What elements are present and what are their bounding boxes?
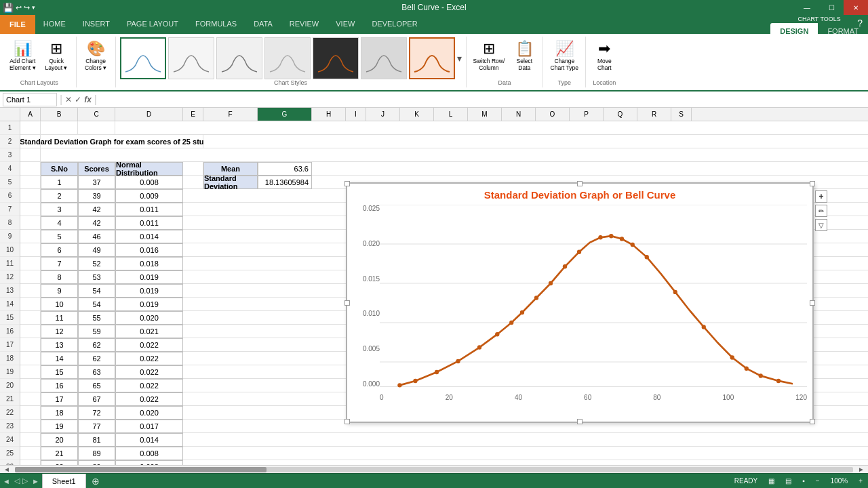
cell-a19[interactable]	[20, 365, 41, 379]
cell-b6[interactable]: 2	[41, 189, 78, 203]
chart-style-1[interactable]	[120, 37, 166, 79]
cell-a18[interactable]	[20, 352, 41, 365]
row-19[interactable]: 19	[0, 365, 20, 379]
cell-a22[interactable]	[20, 406, 41, 420]
row-11[interactable]: 11	[0, 257, 20, 270]
cell-b16[interactable]: 12	[41, 325, 78, 338]
sheet-nav-right[interactable]: ►	[29, 477, 42, 485]
cell-c9[interactable]: 46	[78, 230, 115, 243]
scroll-left-arrow[interactable]: ◄	[0, 466, 14, 473]
cell-c8[interactable]: 42	[78, 216, 115, 230]
view-page-break[interactable]: ▪	[802, 477, 805, 485]
col-header-g[interactable]: G	[258, 108, 312, 121]
chart-handle-tl[interactable]	[344, 181, 350, 186]
chart-handle-bm[interactable]	[577, 419, 583, 424]
col-header-m[interactable]: M	[468, 108, 502, 121]
cell-c13[interactable]: 54	[78, 284, 115, 298]
row-8[interactable]: 8	[0, 216, 20, 230]
cell-c14[interactable]: 54	[78, 298, 115, 311]
cell-c5[interactable]: 37	[78, 176, 115, 189]
cell-c6[interactable]: 39	[78, 189, 115, 203]
h-scrollbar[interactable]: ◄ ►	[0, 465, 868, 473]
cell-e5[interactable]	[183, 176, 203, 189]
view-normal[interactable]: ▦	[768, 477, 774, 485]
chart-handle-ml[interactable]	[344, 300, 350, 306]
cell-d12[interactable]: 0.019	[115, 270, 183, 284]
cell-d11[interactable]: 0.018	[115, 257, 183, 270]
cell-a11[interactable]	[20, 257, 41, 270]
maximize-btn[interactable]: ☐	[819, 0, 844, 15]
zoom-out[interactable]: −	[816, 477, 820, 485]
cell-rest-r25[interactable]	[183, 447, 868, 460]
cell-a1[interactable]	[20, 121, 41, 135]
cell-c24[interactable]: 81	[78, 433, 115, 447]
cell-g5-std-val[interactable]: 18.13605984	[258, 176, 312, 189]
cell-d19[interactable]: 0.022	[115, 365, 183, 379]
cancel-formula-icon[interactable]: ✕	[65, 95, 72, 104]
chart-handle-tr[interactable]	[810, 181, 815, 186]
function-icon[interactable]: fx	[84, 95, 92, 104]
chart-style-7[interactable]	[409, 37, 455, 79]
cell-b20[interactable]: 16	[41, 379, 78, 392]
cell-d22[interactable]: 0.020	[115, 406, 183, 420]
zoom-in[interactable]: +	[859, 477, 863, 485]
cell-a25[interactable]	[20, 447, 41, 460]
cell-b11[interactable]: 7	[41, 257, 78, 270]
cell-b2-merged[interactable]: Standard Deviation Graph for exam scores…	[41, 135, 203, 148]
chart-add-btn[interactable]: +	[815, 190, 827, 203]
cell-a3[interactable]	[20, 148, 41, 162]
chart-style-6[interactable]	[361, 37, 407, 79]
cell-d7[interactable]: 0.011	[115, 203, 183, 216]
help-icon[interactable]: ?	[857, 18, 863, 28]
cell-c4-header[interactable]: Scores	[78, 162, 115, 176]
cell-d14[interactable]: 0.019	[115, 298, 183, 311]
cell-a7[interactable]	[20, 203, 41, 216]
sheet-tab-sheet1[interactable]: Sheet1	[42, 474, 86, 488]
col-header-j[interactable]: J	[366, 108, 400, 121]
row-15[interactable]: 15	[0, 311, 20, 325]
cell-e4[interactable]	[183, 162, 203, 176]
col-header-a[interactable]: A	[20, 108, 41, 121]
redo-icon[interactable]: ↪	[24, 3, 30, 12]
cell-a16[interactable]	[20, 325, 41, 338]
col-header-b[interactable]: B	[41, 108, 78, 121]
row-6[interactable]: 6	[0, 189, 20, 203]
move-chart-btn[interactable]: ➡ MoveChart	[590, 39, 618, 73]
cell-b21[interactable]: 17	[41, 392, 78, 406]
tab-page-layout[interactable]: PAGE LAYOUT	[119, 15, 186, 33]
cell-d1[interactable]	[115, 121, 868, 135]
row-3[interactable]: 3	[0, 148, 20, 162]
cell-d15[interactable]: 0.020	[115, 311, 183, 325]
cell-a17[interactable]	[20, 338, 41, 352]
cell-a4[interactable]	[20, 162, 41, 176]
col-header-k[interactable]: K	[400, 108, 434, 121]
cell-b10[interactable]: 6	[41, 243, 78, 257]
cell-a23[interactable]	[20, 420, 41, 433]
tab-developer[interactable]: DEVELOPER	[363, 15, 425, 33]
col-header-s[interactable]: S	[671, 108, 692, 121]
cell-d16[interactable]: 0.021	[115, 325, 183, 338]
cell-c18[interactable]: 62	[78, 352, 115, 365]
cell-b25[interactable]: 21	[41, 447, 78, 460]
cell-rest-r3[interactable]	[41, 148, 868, 162]
cell-d21[interactable]: 0.022	[115, 392, 183, 406]
save-icon[interactable]: 💾	[3, 3, 14, 13]
close-btn[interactable]: ✕	[844, 0, 868, 15]
formula-input[interactable]	[100, 96, 865, 104]
cell-rest-r4[interactable]	[312, 162, 868, 176]
scroll-right-arrow[interactable]: ►	[854, 466, 868, 473]
cell-d20[interactable]: 0.022	[115, 379, 183, 392]
cell-a20[interactable]	[20, 379, 41, 392]
switch-row-col-btn[interactable]: ⊞ Switch Row/Column	[471, 39, 508, 73]
cell-a5[interactable]	[20, 176, 41, 189]
cell-c21[interactable]: 67	[78, 392, 115, 406]
col-header-n[interactable]: N	[502, 108, 536, 121]
row-24[interactable]: 24	[0, 433, 20, 447]
row-20[interactable]: 20	[0, 379, 20, 392]
row-13[interactable]: 13	[0, 284, 20, 298]
cell-c7[interactable]: 42	[78, 203, 115, 216]
chart-container[interactable]: Standard Deviation Graph or Bell Curve 0…	[346, 182, 814, 423]
cell-b9[interactable]: 5	[41, 230, 78, 243]
cell-c15[interactable]: 55	[78, 311, 115, 325]
cell-c20[interactable]: 65	[78, 379, 115, 392]
